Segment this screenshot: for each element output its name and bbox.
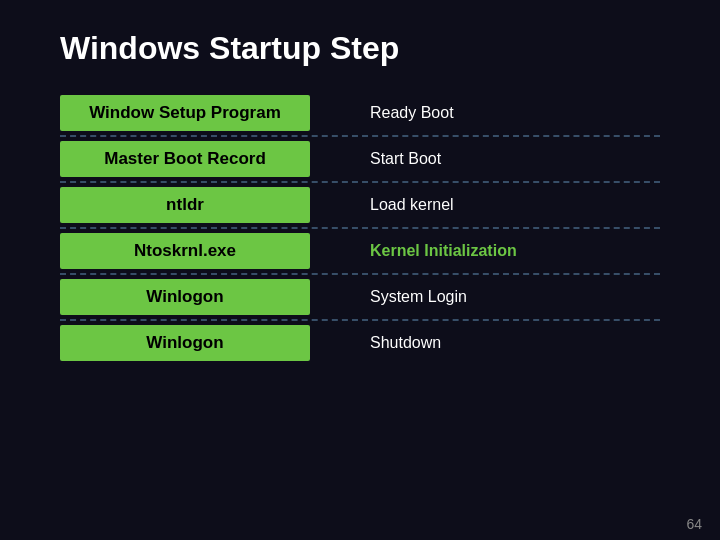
step-row: WinlogonSystem Login [60, 279, 660, 315]
step-label: Load kernel [370, 196, 454, 214]
step-box: ntldr [60, 187, 310, 223]
dashed-divider [60, 135, 660, 137]
page-title: Windows Startup Step [60, 30, 660, 67]
step-row: Window Setup ProgramReady Boot [60, 95, 660, 131]
step-box: Winlogon [60, 325, 310, 361]
step-row: Ntoskrnl.exeKernel Initialization [60, 233, 660, 269]
dashed-divider [60, 227, 660, 229]
step-box: Ntoskrnl.exe [60, 233, 310, 269]
dashed-divider [60, 273, 660, 275]
step-label: Kernel Initialization [370, 242, 517, 260]
step-row: Master Boot RecordStart Boot [60, 141, 660, 177]
dashed-divider [60, 319, 660, 321]
dashed-divider [60, 181, 660, 183]
page-number: 64 [686, 516, 702, 532]
step-box: Winlogon [60, 279, 310, 315]
step-row: WinlogonShutdown [60, 325, 660, 361]
step-label: Start Boot [370, 150, 441, 168]
step-box: Window Setup Program [60, 95, 310, 131]
step-label: Shutdown [370, 334, 441, 352]
step-row: ntldrLoad kernel [60, 187, 660, 223]
step-label: Ready Boot [370, 104, 454, 122]
step-label: System Login [370, 288, 467, 306]
slide: Windows Startup Step Window Setup Progra… [0, 0, 720, 540]
step-box: Master Boot Record [60, 141, 310, 177]
